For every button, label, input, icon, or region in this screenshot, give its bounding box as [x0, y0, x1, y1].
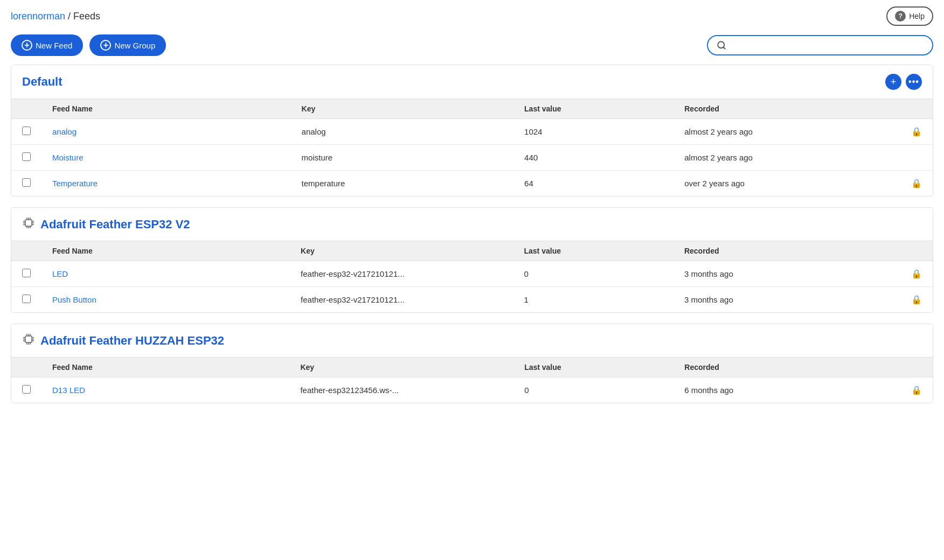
- col-header-1: Key: [290, 241, 513, 261]
- breadcrumb: lorennorman / Feeds: [11, 11, 100, 22]
- help-button[interactable]: ? Help: [886, 6, 933, 26]
- group-title-text-default: Default: [22, 75, 63, 89]
- feed-recorded-feather-esp32-v2-1: 3 months ago: [674, 287, 896, 313]
- col-header-3: Recorded: [674, 358, 896, 377]
- new-group-button[interactable]: + New Group: [89, 34, 166, 56]
- col-header-3: Recorded: [674, 99, 896, 119]
- feed-checkbox-default-1[interactable]: [22, 152, 31, 161]
- feed-last-value-feather-esp32-v2-0: 0: [513, 261, 674, 287]
- col-header-1: Key: [289, 358, 513, 377]
- table-row: analoganalog1024almost 2 years ago🔒: [11, 119, 933, 145]
- feed-table-default: Feed NameKeyLast valueRecordedanaloganal…: [11, 99, 933, 196]
- group-header-feather-esp32-v2: Adafruit Feather ESP32 V2: [11, 208, 933, 241]
- new-group-label: New Group: [114, 41, 155, 50]
- group-section-feather-huzzah-esp32: Adafruit Feather HUZZAH ESP32Feed NameKe…: [11, 324, 933, 403]
- feed-last-value-default-2: 64: [513, 171, 674, 197]
- col-header-2: Last value: [513, 99, 674, 119]
- col-header-2: Last value: [513, 358, 674, 377]
- new-feed-button[interactable]: + New Feed: [11, 34, 83, 56]
- feed-recorded-feather-huzzah-esp32-0: 6 months ago: [674, 377, 896, 403]
- feed-name-link-feather-esp32-v2-1[interactable]: Push Button: [52, 295, 96, 304]
- feed-key-feather-esp32-v2-1: feather-esp32-v217210121...: [290, 287, 513, 313]
- lock-icon: 🔒: [911, 127, 922, 136]
- lock-icon: 🔒: [911, 295, 922, 304]
- col-header-3: Recorded: [674, 241, 896, 261]
- feed-name-link-default-1[interactable]: Moisture: [52, 153, 84, 162]
- feed-name-link-default-0[interactable]: analog: [52, 127, 77, 136]
- feed-checkbox-default-2[interactable]: [22, 178, 31, 187]
- feed-last-value-feather-huzzah-esp32-0: 0: [513, 377, 674, 403]
- group-title-text-feather-huzzah-esp32: Adafruit Feather HUZZAH ESP32: [40, 334, 224, 348]
- group-title-text-feather-esp32-v2: Adafruit Feather ESP32 V2: [40, 218, 190, 232]
- feed-name-link-default-2[interactable]: Temperature: [52, 179, 98, 188]
- group-section-feather-esp32-v2: Adafruit Feather ESP32 V2Feed NameKeyLas…: [11, 207, 933, 313]
- col-header-0: Feed Name: [41, 241, 290, 261]
- help-icon: ?: [895, 11, 906, 22]
- feed-checkbox-feather-huzzah-esp32-0[interactable]: [22, 385, 31, 394]
- feed-table-feather-huzzah-esp32: Feed NameKeyLast valueRecordedD13 LEDfea…: [11, 357, 933, 403]
- breadcrumb-user[interactable]: lorennorman: [11, 11, 65, 22]
- search-icon: [717, 40, 726, 50]
- feed-recorded-feather-esp32-v2-0: 3 months ago: [674, 261, 896, 287]
- group-header-feather-huzzah-esp32: Adafruit Feather HUZZAH ESP32: [11, 324, 933, 357]
- feed-name-link-feather-esp32-v2-0[interactable]: LED: [52, 269, 68, 278]
- feed-last-value-default-1: 440: [513, 145, 674, 171]
- group-header-default: Default+•••: [11, 65, 933, 99]
- svg-line-1: [723, 47, 725, 48]
- feed-table-feather-esp32-v2: Feed NameKeyLast valueRecordedLEDfeather…: [11, 241, 933, 312]
- groups-container: Default+•••Feed NameKeyLast valueRecorde…: [0, 65, 944, 403]
- feed-recorded-default-0: almost 2 years ago: [674, 119, 896, 145]
- feed-last-value-feather-esp32-v2-1: 1: [513, 287, 674, 313]
- table-row: D13 LEDfeather-esp32123456.ws-...06 mont…: [11, 377, 933, 403]
- group-title-feather-huzzah-esp32: Adafruit Feather HUZZAH ESP32: [22, 333, 224, 348]
- table-row: LEDfeather-esp32-v217210121...03 months …: [11, 261, 933, 287]
- group-actions-default: +•••: [885, 74, 922, 90]
- new-feed-label: New Feed: [36, 41, 72, 50]
- col-header-2: Last value: [513, 241, 674, 261]
- col-header-0: Feed Name: [41, 99, 291, 119]
- search-bar: [707, 35, 933, 55]
- group-more-button-default[interactable]: •••: [906, 74, 922, 90]
- table-row: Moisturemoisture440almost 2 years ago: [11, 145, 933, 171]
- chip-icon: [22, 333, 35, 348]
- feed-key-default-1: moisture: [291, 145, 513, 171]
- help-label: Help: [909, 12, 925, 20]
- table-row: Push Buttonfeather-esp32-v217210121...13…: [11, 287, 933, 313]
- table-row: Temperaturetemperature64over 2 years ago…: [11, 171, 933, 197]
- lock-icon: 🔒: [911, 386, 922, 395]
- feed-recorded-default-2: over 2 years ago: [674, 171, 896, 197]
- lock-icon: 🔒: [911, 269, 922, 278]
- group-title-feather-esp32-v2: Adafruit Feather ESP32 V2: [22, 216, 190, 232]
- group-section-default: Default+•••Feed NameKeyLast valueRecorde…: [11, 65, 933, 197]
- feed-checkbox-feather-esp32-v2-0[interactable]: [22, 269, 31, 277]
- lock-icon: 🔒: [911, 179, 922, 188]
- feed-key-default-2: temperature: [291, 171, 513, 197]
- top-bar: lorennorman / Feeds ? Help: [0, 0, 944, 30]
- new-feed-plus-icon: +: [22, 40, 32, 51]
- col-header-0: Feed Name: [41, 358, 289, 377]
- feed-last-value-default-0: 1024: [513, 119, 674, 145]
- svg-rect-15: [25, 336, 32, 342]
- feed-checkbox-default-0[interactable]: [22, 127, 31, 135]
- group-add-button-default[interactable]: +: [885, 74, 901, 90]
- svg-rect-2: [25, 220, 32, 226]
- col-header-1: Key: [291, 99, 513, 119]
- feed-checkbox-feather-esp32-v2-1[interactable]: [22, 295, 31, 303]
- search-input[interactable]: [731, 41, 924, 50]
- feed-name-link-feather-huzzah-esp32-0[interactable]: D13 LED: [52, 386, 85, 395]
- breadcrumb-page: Feeds: [73, 11, 100, 22]
- breadcrumb-separator: /: [68, 11, 73, 22]
- chip-icon: [22, 216, 35, 232]
- toolbar: + New Feed + New Group: [0, 30, 944, 65]
- new-group-plus-icon: +: [100, 40, 111, 51]
- group-title-default: Default: [22, 75, 63, 89]
- feed-recorded-default-1: almost 2 years ago: [674, 145, 896, 171]
- feed-key-feather-esp32-v2-0: feather-esp32-v217210121...: [290, 261, 513, 287]
- feed-key-default-0: analog: [291, 119, 513, 145]
- feed-key-feather-huzzah-esp32-0: feather-esp32123456.ws-...: [289, 377, 513, 403]
